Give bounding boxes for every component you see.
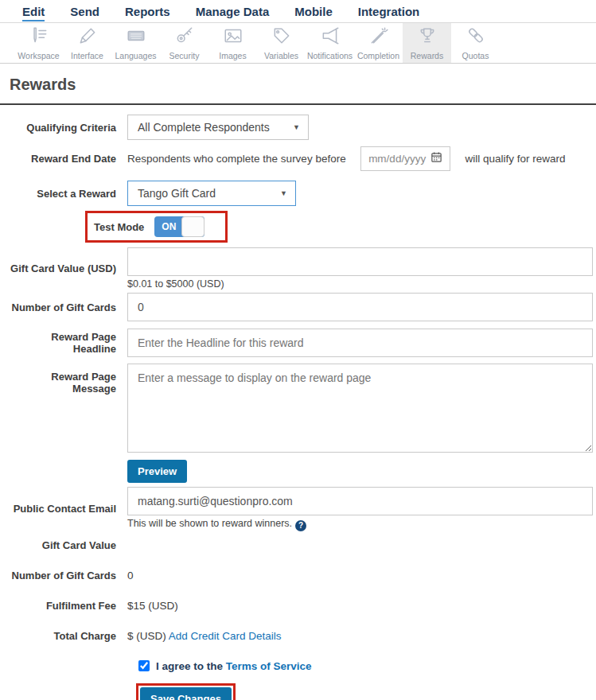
select-reward-row: Select a Reward Tango Gift Card ▼ — [10, 181, 596, 206]
toolbar-item-interface[interactable]: Interface — [63, 23, 111, 63]
end-date-after-text: will qualify for reward — [466, 153, 566, 165]
toolbar-item-languages[interactable]: Languages — [111, 23, 160, 63]
nav-item-manage-data[interactable]: Manage Data — [196, 5, 270, 20]
number-of-gift-cards-label: Number of Gift Cards — [10, 301, 127, 313]
terms-agree-row: I agree to the Terms of Service — [138, 660, 596, 672]
toolbar-item-label: Rewards — [411, 51, 443, 60]
toolbar-item-completion[interactable]: Completion — [354, 23, 403, 63]
toolbar-item-label: Quotas — [462, 51, 489, 60]
nav-item-mobile[interactable]: Mobile — [294, 5, 333, 20]
reward-page-headline-label: Reward Page Headline — [10, 331, 127, 355]
add-credit-card-link[interactable]: Add Credit Card Details — [169, 630, 282, 642]
total-charge-label: Total Charge — [10, 630, 127, 642]
reward-page-message-row: Reward Page Message — [10, 364, 596, 456]
reward-page-message-label: Reward Page Message — [10, 364, 127, 395]
save-changes-highlight-box: Save Changes — [136, 683, 236, 700]
toggle-knob[interactable] — [181, 216, 205, 237]
public-contact-email-label: Public Contact Email — [10, 503, 127, 515]
end-date-input[interactable] — [368, 153, 430, 165]
select-reward-select[interactable]: Tango Gift Card ▼ — [127, 181, 296, 206]
number-of-gift-cards-input[interactable] — [127, 293, 593, 321]
qualifying-criteria-row: Qualifying Criteria All Complete Respond… — [10, 115, 596, 140]
total-charge-value: $ (USD) — [127, 630, 166, 642]
gift-card-value-row: Gift Card Value (USD) $0.01 to $5000 (US… — [10, 247, 596, 290]
summary-number-of-gift-cards-label: Number of Gift Cards — [10, 570, 127, 581]
chain-links-icon — [466, 25, 486, 49]
summary-number-of-gift-cards-row: Number of Gift Cards 0 — [10, 570, 596, 582]
chevron-down-icon: ▼ — [280, 189, 287, 197]
terms-of-service-link[interactable]: Terms of Service — [226, 660, 312, 672]
test-mode-highlight-box: Test Mode ON — [85, 211, 228, 243]
tag-icon — [271, 25, 292, 49]
toolbar-item-label: Images — [219, 51, 246, 60]
nav-item-integration[interactable]: Integration — [358, 5, 420, 20]
terms-agree-text: I agree to the Terms of Service — [156, 660, 312, 672]
gift-card-value-label: Gift Card Value (USD) — [10, 262, 127, 274]
toolbar-item-security[interactable]: Security — [160, 23, 208, 63]
toolbar-item-quotas[interactable]: Quotas — [451, 23, 500, 63]
select-reward-label: Select a Reward — [10, 188, 127, 200]
megaphone-icon — [320, 25, 341, 49]
fulfilment-fee-row: Fulfilment Fee $15 (USD) — [10, 600, 596, 612]
toolbar-item-label: Workspace — [18, 51, 59, 60]
settings-toolbar: Workspace Interface Languages Security I… — [0, 22, 596, 64]
toolbar-item-workspace[interactable]: Workspace — [14, 23, 63, 63]
trophy-icon — [417, 25, 438, 49]
keyboard-icon — [126, 25, 146, 49]
terms-agree-checkbox[interactable] — [138, 660, 150, 671]
reward-end-date-row: Reward End Date Respondents who complete… — [10, 146, 596, 171]
toolbar-item-notifications[interactable]: Notifications — [306, 23, 354, 63]
toolbar-item-label: Variables — [264, 51, 298, 60]
magic-wand-icon — [368, 25, 389, 49]
reward-page-headline-row: Reward Page Headline — [10, 329, 596, 357]
end-date-input-wrap — [360, 146, 450, 171]
public-contact-email-row: Public Contact Email This will be shown … — [10, 487, 596, 531]
end-date-before-text: Respondents who complete the survey befo… — [127, 153, 346, 165]
summary-gift-card-value-label: Gift Card Value — [10, 539, 127, 551]
calendar-icon[interactable] — [430, 151, 442, 166]
pen-list-icon — [29, 25, 49, 49]
rewards-form: Qualifying Criteria All Complete Respond… — [10, 105, 596, 700]
preview-row: Preview — [10, 460, 596, 483]
chevron-down-icon: ▼ — [293, 123, 300, 131]
number-of-gift-cards-row: Number of Gift Cards — [10, 293, 596, 321]
total-charge-row: Total Charge $ (USD) Add Credit Card Det… — [10, 630, 596, 643]
nav-item-edit[interactable]: Edit — [22, 5, 45, 21]
public-contact-email-helper: This will be shown to reward winners.? — [127, 515, 593, 531]
save-changes-button[interactable]: Save Changes — [140, 687, 232, 700]
toolbar-item-rewards[interactable]: Rewards — [403, 23, 451, 63]
image-icon — [223, 25, 243, 49]
qualifying-criteria-label: Qualifying Criteria — [10, 122, 127, 134]
toolbar-item-label: Security — [169, 51, 200, 60]
preview-button[interactable]: Preview — [127, 460, 187, 483]
toolbar-item-label: Languages — [115, 51, 157, 60]
summary-number-of-gift-cards: 0 — [127, 570, 593, 581]
nav-item-send[interactable]: Send — [70, 5, 99, 20]
test-mode-row: Test Mode ON — [10, 211, 596, 243]
test-mode-label: Test Mode — [94, 221, 144, 233]
top-navigation: Edit Send Reports Manage Data Mobile Int… — [0, 0, 596, 22]
qualifying-criteria-value: All Complete Respondents — [128, 115, 308, 139]
key-icon — [174, 25, 195, 49]
gift-card-value-input[interactable] — [127, 247, 593, 276]
nav-item-reports[interactable]: Reports — [125, 5, 170, 20]
toolbar-item-images[interactable]: Images — [208, 23, 257, 63]
page-title: Rewards — [10, 76, 596, 94]
qualifying-criteria-select[interactable]: All Complete Respondents ▼ — [127, 115, 309, 140]
test-mode-toggle[interactable]: ON — [154, 216, 205, 237]
gift-card-value-helper: $0.01 to $5000 (USD) — [127, 276, 593, 290]
toolbar-item-label: Interface — [71, 51, 103, 60]
reward-end-date-label: Reward End Date — [10, 153, 127, 165]
pen-icon — [77, 25, 98, 49]
summary-gift-card-value-row: Gift Card Value — [10, 539, 596, 552]
fulfilment-fee-value: $15 (USD) — [127, 600, 593, 612]
toggle-on-text: ON — [162, 221, 176, 232]
select-reward-value: Tango Gift Card — [128, 181, 295, 205]
question-mark-icon[interactable]: ? — [295, 520, 306, 531]
public-contact-email-input[interactable] — [127, 487, 593, 515]
reward-page-message-textarea[interactable] — [127, 364, 593, 453]
reward-page-headline-input[interactable] — [127, 329, 593, 357]
toolbar-item-label: Notifications — [307, 51, 353, 60]
toolbar-item-label: Completion — [357, 51, 399, 60]
toolbar-item-variables[interactable]: Variables — [257, 23, 306, 63]
